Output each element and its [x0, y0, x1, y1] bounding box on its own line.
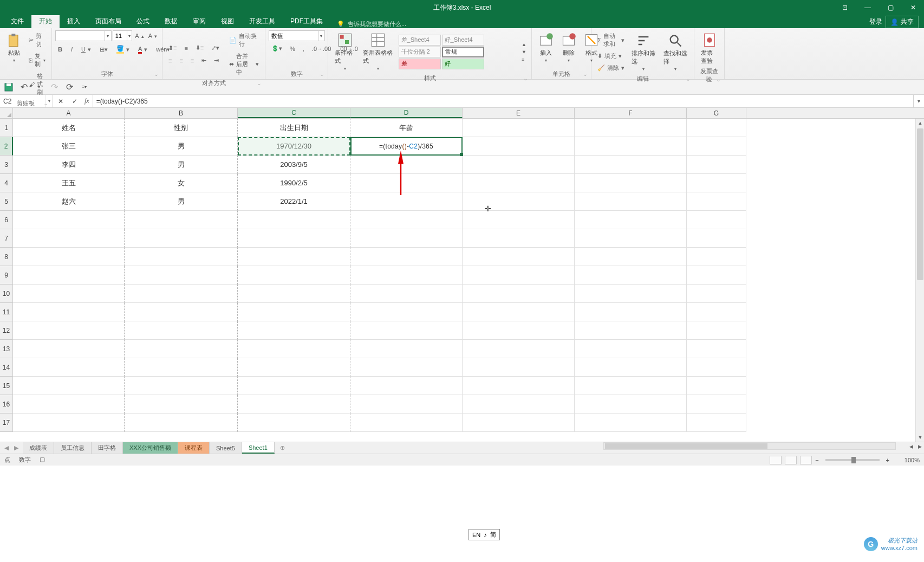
cell-D1[interactable]: 年龄	[350, 119, 463, 137]
cell-C8[interactable]	[238, 248, 350, 266]
shrink-font-button[interactable]: A▾	[147, 31, 159, 41]
scroll-up-arrow[interactable]: ▲	[916, 119, 924, 127]
cell-G13[interactable]	[687, 340, 746, 358]
select-all-cell[interactable]	[0, 108, 13, 118]
style-good[interactable]: 好	[442, 59, 484, 69]
cell-C6[interactable]	[238, 211, 350, 229]
row-header-1[interactable]: 1	[0, 119, 13, 137]
cell-C16[interactable]	[238, 395, 350, 414]
cell-E12[interactable]	[463, 321, 575, 340]
cell-B12[interactable]	[125, 321, 238, 340]
tab-view[interactable]: 视图	[213, 15, 242, 28]
row-header-9[interactable]: 9	[0, 266, 13, 285]
font-color-button[interactable]: A▾	[135, 44, 150, 55]
cell-B2[interactable]: 男	[125, 137, 238, 156]
cell-G6[interactable]	[687, 211, 746, 229]
tab-review[interactable]: 审阅	[185, 15, 213, 28]
col-header-C[interactable]: C	[238, 108, 350, 118]
hscroll-right[interactable]: ▶	[915, 442, 924, 451]
zoom-slider[interactable]	[825, 459, 880, 461]
row-header-11[interactable]: 11	[0, 303, 13, 321]
qat-customize[interactable]: ≡▾	[79, 82, 90, 93]
paste-button[interactable]: 粘贴 ▾	[3, 30, 25, 65]
cell-F14[interactable]	[575, 358, 687, 377]
font-size-combo[interactable]: ▾	[113, 30, 133, 41]
cell-F10[interactable]	[575, 285, 687, 303]
italic-button[interactable]: I	[68, 44, 75, 54]
format-as-table-button[interactable]: 套用表格格式▾	[360, 30, 397, 73]
number-format-combo[interactable]: ▾	[269, 30, 325, 41]
cell-F11[interactable]	[575, 303, 687, 321]
cell-B8[interactable]	[125, 248, 238, 266]
cell-A4[interactable]: 王五	[13, 174, 125, 192]
cell-F7[interactable]	[575, 229, 687, 248]
col-header-A[interactable]: A	[13, 108, 125, 118]
cell-B3[interactable]: 男	[125, 156, 238, 174]
copy-button[interactable]: ⎘复制▾	[26, 50, 48, 70]
cell-A1[interactable]: 姓名	[13, 119, 125, 137]
cell-D17[interactable]	[350, 414, 463, 432]
cell-F17[interactable]	[575, 414, 687, 432]
cell-G15[interactable]	[687, 377, 746, 395]
cell-F15[interactable]	[575, 377, 687, 395]
merge-center-button[interactable]: ⬌合并后居中▾	[226, 50, 262, 78]
cell-A3[interactable]: 李四	[13, 156, 125, 174]
row-header-5[interactable]: 5	[0, 192, 13, 211]
close-button[interactable]: ✕	[907, 1, 920, 14]
cell-G14[interactable]	[687, 358, 746, 377]
cell-A12[interactable]	[13, 321, 125, 340]
tab-page-layout[interactable]: 页面布局	[88, 15, 129, 28]
cell-C9[interactable]	[238, 266, 350, 285]
cell-A11[interactable]	[13, 303, 125, 321]
cell-styles-gallery[interactable]: 差_Sheet4 好_Sheet4 千位分隔 2 常规 差 好	[398, 34, 519, 70]
sheet-tab-sales[interactable]: XXX公司销售额	[123, 442, 178, 454]
cell-A13[interactable]	[13, 340, 125, 358]
tab-home[interactable]: 开始	[31, 15, 60, 28]
cell-C4[interactable]: 1990/2/5	[238, 174, 350, 192]
cell-D16[interactable]	[350, 395, 463, 414]
cell-D2[interactable]: =(today()-C2)/365	[350, 137, 463, 156]
cell-G12[interactable]	[687, 321, 746, 340]
cell-G5[interactable]	[687, 192, 746, 211]
wrap-text-button[interactable]: 📄自动换行	[226, 30, 262, 50]
cell-G7[interactable]	[687, 229, 746, 248]
cell-E3[interactable]	[463, 156, 575, 174]
cell-E16[interactable]	[463, 395, 575, 414]
cell-G4[interactable]	[687, 174, 746, 192]
row-header-6[interactable]: 6	[0, 211, 13, 229]
cell-C14[interactable]	[238, 358, 350, 377]
cell-C17[interactable]	[238, 414, 350, 432]
cell-B5[interactable]: 男	[125, 192, 238, 211]
bold-button[interactable]: B	[55, 44, 65, 54]
col-header-E[interactable]: E	[463, 108, 575, 118]
row-header-8[interactable]: 8	[0, 248, 13, 266]
clear-button[interactable]: 🧹清除▾	[595, 62, 627, 74]
qat-save-button[interactable]	[3, 82, 14, 93]
cell-B16[interactable]	[125, 395, 238, 414]
col-header-B[interactable]: B	[125, 108, 238, 118]
row-header-14[interactable]: 14	[0, 358, 13, 377]
col-header-D[interactable]: D	[350, 108, 463, 118]
cell-G17[interactable]	[687, 414, 746, 432]
cell-E15[interactable]	[463, 377, 575, 395]
cell-A14[interactable]	[13, 358, 125, 377]
styles-scroll-down[interactable]: ▼	[520, 49, 528, 55]
invoice-verify-button[interactable]: 发票查验	[698, 30, 721, 67]
cell-E5[interactable]	[463, 192, 575, 211]
cell-F16[interactable]	[575, 395, 687, 414]
cell-E14[interactable]	[463, 358, 575, 377]
cell-D12[interactable]	[350, 321, 463, 340]
fill-color-button[interactable]: 🪣▾	[114, 43, 132, 55]
row-header-12[interactable]: 12	[0, 321, 13, 340]
cell-D10[interactable]	[350, 285, 463, 303]
cell-B17[interactable]	[125, 414, 238, 432]
cell-A7[interactable]	[13, 229, 125, 248]
accounting-format-button[interactable]: 💲▾	[269, 43, 285, 54]
cell-B7[interactable]	[125, 229, 238, 248]
cell-G8[interactable]	[687, 248, 746, 266]
cell-D13[interactable]	[350, 340, 463, 358]
cell-E9[interactable]	[463, 266, 575, 285]
macro-record-icon[interactable]: ▢	[40, 456, 45, 464]
cell-A9[interactable]	[13, 266, 125, 285]
view-normal-button[interactable]	[770, 456, 782, 464]
